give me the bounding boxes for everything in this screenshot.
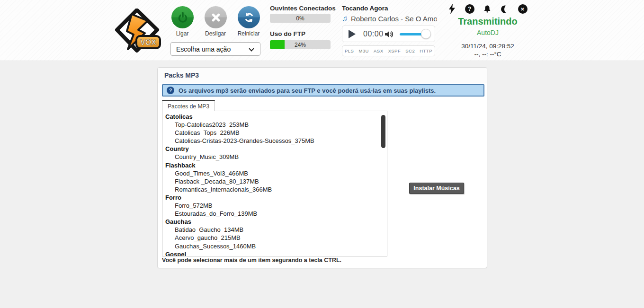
autodj-panel-app: VOX Ligar Desligar xyxy=(0,0,644,308)
mp3-packs-list: CatolicasTop-Catolicas2023_253MBCatolica… xyxy=(165,113,380,256)
refresh-icon xyxy=(243,11,255,24)
svg-text:VOX: VOX xyxy=(140,38,156,46)
format-pls-button[interactable]: PLS xyxy=(345,48,354,53)
weather-label: --, --: --°C xyxy=(447,51,528,58)
playback-time: 00:00 xyxy=(363,30,384,38)
list-item[interactable]: Top-Catolicas2023_253MB xyxy=(165,121,380,129)
close-icon[interactable]: ✕ xyxy=(518,4,528,14)
playlist-format-buttons: PLS M3U ASX XSPF SC2 HTTP xyxy=(342,45,435,56)
list-item[interactable]: Country_Music_309MB xyxy=(165,153,380,161)
datetime-label: 30/11/24, 09:28:52 xyxy=(447,43,528,50)
list-item[interactable]: Batidao_Gaucho_134MB xyxy=(165,226,380,234)
listeners-progressbar: 0% xyxy=(270,14,331,23)
now-playing-title: Tocando Agora xyxy=(342,5,388,12)
list-item[interactable]: Catolicas_Tops_226MB xyxy=(165,129,380,137)
listeners-progress-value: 0% xyxy=(270,14,331,23)
help-icon[interactable]: ? xyxy=(465,4,474,14)
power-icon xyxy=(177,11,189,24)
audio-player: 00:00 xyxy=(342,26,435,42)
info-help-icon: ? xyxy=(167,87,174,94)
utility-icons: ? ✕ xyxy=(447,4,528,14)
chevron-down-icon xyxy=(249,46,254,51)
format-m3u-button[interactable]: M3U xyxy=(358,48,369,53)
listbox-scrollbar[interactable] xyxy=(380,112,386,256)
stream-status: Transmitindo AutoDJ 30/11/24, 09:28:52 -… xyxy=(447,16,528,58)
ftp-usage-label: Uso do FTP xyxy=(270,30,305,37)
list-group-header[interactable]: Country xyxy=(165,145,380,153)
packs-mp3-panel: Packs MP3 ? Os arquivos mp3 serão enviad… xyxy=(157,67,487,268)
ftp-progress-value: 24% xyxy=(270,40,331,49)
track-name: Roberto Carlos - Se O Amor Se V. xyxy=(351,15,437,23)
list-item[interactable]: Flasback _Decada_80_137MB xyxy=(165,177,380,185)
list-group-header[interactable]: Gospel xyxy=(165,250,380,256)
listbox-scrollbar-thumb[interactable] xyxy=(381,115,385,148)
stream-state-label: Transmitindo xyxy=(447,16,528,27)
play-button[interactable] xyxy=(349,30,356,38)
info-banner-text: Os arquivos mp3 serão enviados para seu … xyxy=(179,87,436,94)
info-banner: ? Os arquivos mp3 serão enviados para se… xyxy=(162,84,484,97)
list-item[interactable]: Catolicas-Cristas-2023-Grandes-Sucessos_… xyxy=(165,137,380,145)
moon-icon[interactable] xyxy=(500,4,510,14)
action-select[interactable]: Escolha uma ação xyxy=(170,42,260,56)
list-item[interactable]: Forro_572MB xyxy=(165,202,380,210)
list-group-header[interactable]: Catolicas xyxy=(165,113,380,121)
volume-slider-knob[interactable] xyxy=(421,29,431,39)
stream-mode-label: AutoDJ xyxy=(447,29,528,36)
bell-icon[interactable] xyxy=(483,4,492,14)
top-header: VOX Ligar Desligar xyxy=(0,0,644,61)
music-note-icon: ♫ xyxy=(342,14,348,23)
list-item[interactable]: Good_Times_Vol3_466MB xyxy=(165,169,380,177)
mp3-packs-listbox[interactable]: CatolicasTop-Catolicas2023_253MBCatolica… xyxy=(162,111,387,256)
volume-icon[interactable] xyxy=(384,29,394,41)
format-xspf-button[interactable]: XSPF xyxy=(388,48,401,53)
lightning-icon[interactable] xyxy=(447,4,457,14)
list-item[interactable]: Acervo_gaucho_215MB xyxy=(165,234,380,242)
format-sc2-button[interactable]: SC2 xyxy=(405,48,415,53)
list-item[interactable]: Romanticas_Internacionais_366MB xyxy=(165,185,380,194)
winamp-vox-logo: VOX xyxy=(115,9,161,53)
logo-vox-badge: VOX xyxy=(136,36,160,48)
list-group-header[interactable]: Forro xyxy=(165,194,380,202)
list-item[interactable]: Gauchas_Sucessos_1460MB xyxy=(165,242,380,250)
action-select-value: Escolha uma ação xyxy=(176,45,231,53)
now-playing-track: ♫ Roberto Carlos - Se O Amor Se V. xyxy=(342,14,437,23)
list-group-header[interactable]: Flashback xyxy=(165,161,380,169)
power-off-label: Desligar xyxy=(199,30,232,37)
power-on-label: Ligar xyxy=(166,30,199,37)
list-item[interactable]: Estouradas_do_Forro_139MB xyxy=(165,210,380,218)
install-music-button[interactable]: Instalar Músicas xyxy=(409,183,464,194)
format-asx-button[interactable]: ASX xyxy=(374,48,384,53)
power-off-button[interactable] xyxy=(205,6,227,28)
format-http-button[interactable]: HTTP xyxy=(420,48,432,53)
restart-label: Reiniciar xyxy=(232,30,265,37)
multiselect-hint: Você pode selecionar mais de um item seg… xyxy=(162,257,341,264)
restart-button[interactable] xyxy=(238,6,260,28)
ftp-progressbar: 24% xyxy=(270,40,331,49)
panel-title: Packs MP3 xyxy=(158,68,487,83)
power-on-button[interactable] xyxy=(171,6,194,28)
tab-pacotes-mp3[interactable]: Pacotes de MP3 xyxy=(162,100,215,111)
x-icon xyxy=(210,11,222,24)
listeners-label: Ouvintes Conectados xyxy=(270,5,336,12)
list-group-header[interactable]: Gauchas xyxy=(165,218,380,226)
